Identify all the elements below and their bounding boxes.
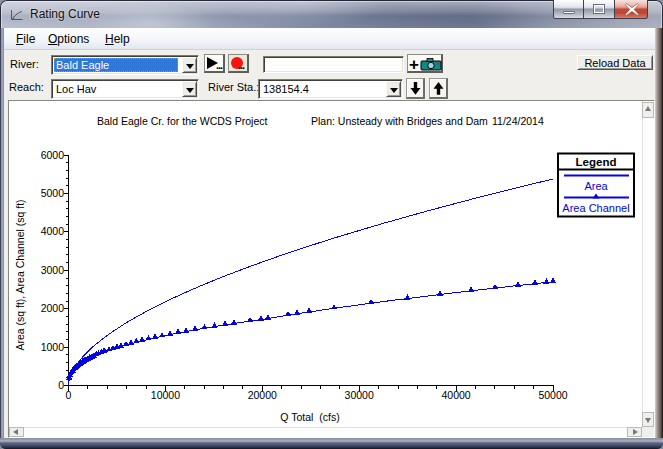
- svg-text:4000: 4000: [41, 225, 65, 237]
- svg-text:11/24/2014: 11/24/2014: [492, 115, 544, 127]
- svg-text:3000: 3000: [41, 264, 65, 276]
- svg-text:Q Total (cfs): Q Total (cfs): [280, 411, 339, 423]
- svg-text:Area (sq ft), Area Channel (sq: Area (sq ft), Area Channel (sq ft): [14, 199, 26, 350]
- svg-text:Legend: Legend: [576, 156, 617, 168]
- svg-text:40000: 40000: [441, 389, 470, 401]
- svg-text:30000: 30000: [345, 389, 374, 401]
- svg-text:20000: 20000: [248, 389, 277, 401]
- svg-text:50000: 50000: [538, 389, 567, 401]
- svg-text:0: 0: [66, 389, 72, 401]
- svg-text:Area: Area: [584, 180, 608, 192]
- svg-text:2000: 2000: [41, 302, 65, 314]
- svg-text:0: 0: [58, 379, 64, 391]
- svg-text:Plan: Unsteady with Bridges an: Plan: Unsteady with Bridges and Dam: [311, 115, 488, 127]
- svg-text:Area Channel: Area Channel: [562, 202, 629, 214]
- svg-text:1000: 1000: [41, 341, 65, 353]
- svg-text:6000: 6000: [41, 149, 65, 161]
- svg-text:Bald Eagle Cr. for the WCDS Pr: Bald Eagle Cr. for the WCDS Project: [97, 115, 267, 127]
- svg-text:10000: 10000: [151, 389, 180, 401]
- svg-text:5000: 5000: [41, 187, 65, 199]
